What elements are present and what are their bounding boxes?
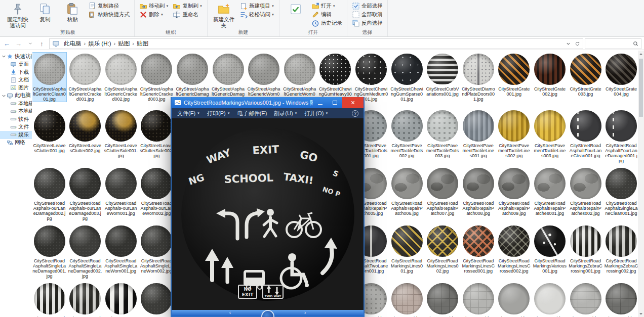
address-field[interactable]: 此电脑›娱乐 (H:)›贴图›贴图 [49, 38, 583, 49]
file-tile[interactable]: CityStreetRoadMarkingsLinesCrossed002.jp… [497, 224, 531, 274]
file-tile[interactable]: CityStreetRoadMarkingsLinesCrossed001.jp… [461, 224, 495, 274]
file-tile[interactable]: CityStreetChewingGumHeavy001.jpg [318, 53, 352, 102]
viewer-menu-item[interactable]: 打印(P)▼ [204, 108, 234, 118]
file-tile[interactable]: CityStreetChewingGumSparse001.jpg [390, 53, 424, 102]
ribbon-button[interactable]: 重命名 [171, 10, 204, 19]
ribbon-button[interactable]: 编辑 [309, 10, 344, 19]
ribbon-button[interactable]: 新建文件夹 [210, 2, 237, 29]
sidebar-item[interactable]: 娱乐 [0, 131, 32, 139]
file-tile[interactable]: CityStreetRoad [68, 282, 102, 317]
sidebar-item[interactable]: 文件 [0, 123, 32, 131]
file-tile[interactable]: CityStreetSidew [426, 282, 460, 317]
sidebar-item[interactable]: 桌面 [0, 61, 32, 69]
ribbon-button[interactable]: 复制路径 [86, 2, 132, 10]
file-tile[interactable]: CityStreetAsphaltGenericClean001.jpg [32, 53, 66, 102]
slideshow-button[interactable] [261, 310, 274, 317]
sidebar-item[interactable]: 此电脑 [0, 92, 32, 100]
file-tile[interactable]: CityStreetSidew [569, 282, 602, 317]
ribbon-button[interactable]: 粘贴快捷方式 [86, 10, 132, 19]
file-tile[interactable]: CityStreetRoadMarkingsLines002.jpg [426, 224, 460, 274]
file-tile[interactable]: CityStreetRoadAsphaltSingleLaneClean001.… [605, 167, 638, 216]
file-tile[interactable]: CityStreetSidew [390, 282, 424, 317]
help-button[interactable]: ? [352, 110, 358, 117]
recent-locations-button[interactable] [24, 38, 36, 49]
file-tile[interactable]: CityStreetRoadAsphaltFourLaneWorn002.jpg [140, 167, 174, 216]
minimize-button[interactable] [313, 97, 328, 108]
ribbon-button[interactable]: 移动到▼ [137, 2, 171, 10]
ribbon-button[interactable]: 复制 [31, 2, 59, 24]
file-tile[interactable]: CityStreetPavementTactileLines001.jpg [461, 109, 495, 158]
file-tile[interactable]: CityStreetAsphaltGenericWorn002.jpg [283, 53, 316, 102]
file-tile[interactable]: CityStreetGrate001.jpg [497, 53, 531, 97]
file-tile[interactable]: CityStreetRoadMarkingsLines001.jpg [390, 224, 424, 274]
file-tile[interactable]: CityStreetAsphaltGenericWorn001.jpg [247, 53, 281, 102]
file-tile[interactable]: CityStreetRoadAsphaltSingleLaneDamaged00… [68, 224, 102, 279]
up-button[interactable]: ↑ [36, 38, 48, 49]
file-tile[interactable]: CityStreetRo [104, 282, 138, 317]
search-box[interactable] [585, 38, 641, 49]
vertical-scrollbar[interactable] [638, 51, 644, 317]
file-tile[interactable]: CityStreetRoadMarkingsZebraCrossing001.j… [569, 224, 602, 274]
maximize-button[interactable] [328, 97, 342, 108]
file-tile[interactable]: CityStreetAsphaltGenericDamaged002.jpg [211, 53, 245, 102]
file-tile[interactable]: CityStreetGrate003.jpg [569, 53, 602, 97]
sidebar-item[interactable]: 软件 [0, 115, 32, 123]
ribbon-button[interactable] [282, 2, 309, 18]
file-tile[interactable]: CityStreetDiamondPlateDoors001.jpg [461, 53, 495, 102]
file-tile[interactable]: CityStreetRoadAsphaltRepairPatches002.jp… [569, 167, 602, 216]
file-tile[interactable]: CityStreetSidew [605, 282, 638, 317]
file-tile[interactable]: CityStreetRoadAsphaltFourLaneDamaged002.… [32, 167, 66, 221]
file-tile[interactable]: CityStreetRoad [32, 282, 66, 317]
ribbon-button[interactable]: 历史记录 [309, 19, 344, 27]
search-input[interactable] [586, 40, 631, 47]
breadcrumb-segment[interactable]: 贴图 [115, 40, 132, 48]
sidebar-item[interactable]: 下载 [0, 68, 32, 76]
file-tile[interactable]: CityStreetRoadAsphaltRepairPatches001.jp… [533, 167, 567, 216]
previous-button[interactable]: ‹ [229, 310, 231, 316]
scrollbar-thumb[interactable] [639, 59, 643, 117]
viewer-title-bar[interactable]: CityStreetRoadMarkingsVarious001.jpg - W… [172, 97, 364, 108]
sidebar-item[interactable]: 本地磁盘 [0, 100, 32, 108]
file-tile[interactable]: CityStreetGrate002.jpg [533, 53, 567, 97]
address-dropdown-button[interactable] [564, 39, 573, 48]
forward-button[interactable]: → [13, 38, 24, 49]
file-tile[interactable]: CityStreetAsphaltGenericCracked002.jpg [104, 53, 138, 102]
ribbon-button[interactable]: 删除▼ [137, 10, 171, 19]
file-tile[interactable]: CityStreetLeavesClutterSide002.jpg [140, 109, 174, 158]
file-tile[interactable]: CityStreetSidew [461, 282, 495, 317]
next-button[interactable]: › [304, 310, 306, 316]
viewer-menu-item[interactable]: 打开(O)▼ [301, 108, 332, 118]
file-tile[interactable]: CityStreetRoadAsphaltFourLaneClean001.jp… [569, 109, 602, 158]
file-tile[interactable]: CityStreetRoadAsphaltSingleLaneWorn001.j… [104, 224, 138, 274]
file-tile[interactable]: CityStreetPavementTactileLines002.jpg [497, 109, 531, 158]
file-tile[interactable]: CityStreetAsphaltGenericCracked003.jpg [140, 53, 174, 102]
ribbon-button[interactable]: 复制到▼ [171, 2, 204, 10]
file-tile[interactable]: CityStreetPavementTactileLines003.jpg [533, 109, 567, 158]
file-tile[interactable]: CityStreetRoadAsphaltRepairPatch008.jpg [461, 167, 495, 216]
back-button[interactable]: ← [1, 38, 13, 49]
file-tile[interactable]: CityStreetRoadMarkingsVarious001.jpg [533, 224, 567, 274]
sidebar-item[interactable]: 本地磁盘 [0, 108, 32, 116]
scroll-down-button[interactable] [638, 310, 644, 317]
file-tile[interactable]: CityStreetSidew [497, 282, 531, 317]
breadcrumb-segment[interactable]: 娱乐 (H:) [86, 40, 113, 48]
file-tile[interactable]: CityStreetAsphaltGenericDamaged001.jpg [175, 53, 209, 102]
file-tile[interactable]: CityStreetLeavesClutter001.jpg [32, 109, 66, 153]
sidebar-item[interactable]: 图片 [0, 84, 32, 92]
ribbon-button[interactable]: 全部选择 [350, 2, 385, 10]
breadcrumb-segment[interactable]: 此电脑 [61, 40, 84, 48]
ribbon-button[interactable]: 反向选择 [350, 19, 385, 27]
sidebar-item[interactable]: 网络 [0, 139, 32, 147]
file-tile[interactable]: CityStreetRoadAsphaltFourLaneDamaged001.… [605, 109, 638, 163]
file-tile[interactable]: CityStreetRoadMarkingsZebraCrossing002.j… [605, 224, 638, 274]
ribbon-button[interactable]: 全部取消 [350, 10, 385, 19]
file-tile[interactable]: CityStreetCurbVariations001.jpg [426, 53, 460, 97]
scroll-up-button[interactable] [638, 51, 644, 57]
file-tile[interactable]: CityStreetPavementTactileDots002.jpg [390, 109, 424, 158]
viewer-menu-item[interactable]: 刻录(U)▼ [270, 108, 301, 118]
ribbon-button[interactable]: 新建项目▼ [237, 2, 276, 10]
ribbon-button[interactable]: 打开▼ [309, 2, 344, 10]
viewer-toolbar[interactable]: ‹ › [172, 310, 364, 316]
file-tile[interactable]: CityStreetGrate004.jpg [605, 53, 638, 97]
ribbon-button[interactable]: 粘贴 [59, 2, 86, 24]
